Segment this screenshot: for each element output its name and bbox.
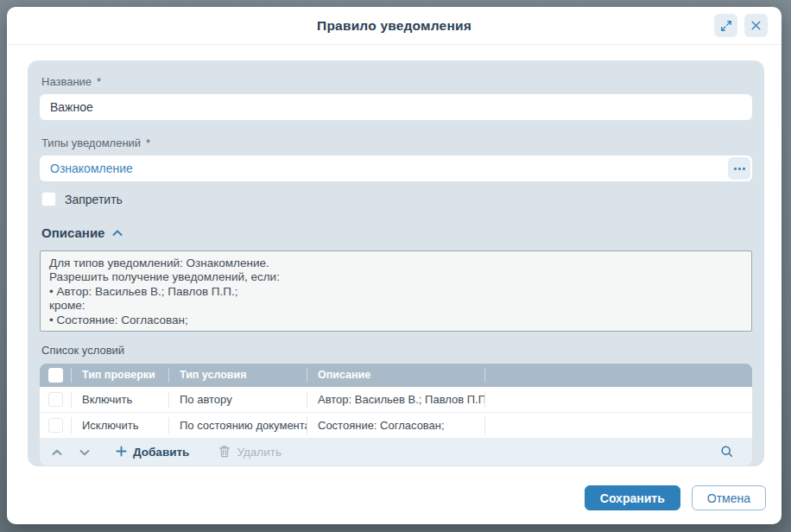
notification-rule-dialog: Правило уведомления <box>7 7 782 524</box>
chevron-up-icon <box>112 225 123 240</box>
description-section-title: Описание <box>41 225 104 240</box>
conditions-list-label: Список условий <box>41 344 752 357</box>
notification-types-label: Типы уведомлений* <box>41 136 752 149</box>
delete-button[interactable]: Удалить <box>212 441 288 464</box>
chevron-down-icon <box>79 446 90 459</box>
expand-icon <box>720 20 732 32</box>
required-mark: * <box>97 75 101 88</box>
trash-icon <box>218 445 231 460</box>
cancel-button[interactable]: Отмена <box>692 485 766 510</box>
close-button[interactable] <box>744 14 768 37</box>
description-text: Для типов уведомлений: Ознакомление. Раз… <box>40 250 752 332</box>
close-icon <box>750 20 762 31</box>
notification-types-more-button[interactable] <box>728 157 750 180</box>
dialog-title: Правило уведомления <box>317 18 471 34</box>
search-button[interactable] <box>713 441 740 464</box>
notification-types-value: Ознакомление <box>50 162 728 175</box>
plus-icon <box>116 446 127 459</box>
conditions-table: Тип проверки Тип условия Описание Включи… <box>40 364 752 466</box>
select-all-checkbox[interactable] <box>48 368 63 383</box>
table-toolbar: Добавить Удалить <box>40 439 752 466</box>
forbid-checkbox[interactable] <box>41 192 56 206</box>
required-mark: * <box>146 136 150 149</box>
chevron-up-icon <box>52 446 62 459</box>
ellipsis-icon <box>734 168 737 170</box>
move-down-button[interactable] <box>73 442 97 462</box>
save-button[interactable]: Сохранить <box>585 485 680 510</box>
column-header-check-type: Тип проверки <box>71 368 168 383</box>
table-row[interactable]: Включить По автору Автор: Васильев В.; П… <box>40 387 752 413</box>
column-header-description: Описание <box>307 368 484 383</box>
expand-button[interactable] <box>714 14 737 37</box>
forbid-checkbox-row: Запретить <box>41 192 752 206</box>
table-header-row: Тип проверки Тип условия Описание <box>40 364 752 387</box>
delete-button-label: Удалить <box>237 446 282 459</box>
table-row[interactable]: Исключить По состоянию документа Состоян… <box>40 413 752 439</box>
name-label: Название* <box>41 75 752 88</box>
dialog-header: Правило уведомления <box>7 7 782 45</box>
forbid-checkbox-label: Запретить <box>65 193 123 206</box>
column-header-empty <box>484 368 752 383</box>
dialog-footer: Сохранить Отмена <box>7 467 782 524</box>
add-button-label: Добавить <box>133 446 189 459</box>
dialog-body: Название* Типы уведомлений* Ознакомление… <box>7 45 782 467</box>
column-header-condition-type: Тип условия <box>168 368 307 383</box>
header-actions <box>714 14 768 37</box>
row-checkbox[interactable] <box>48 392 63 407</box>
description-section-header[interactable]: Описание <box>41 225 752 240</box>
search-icon <box>720 445 733 460</box>
name-input[interactable] <box>40 94 752 120</box>
add-button[interactable]: Добавить <box>109 442 196 463</box>
header-checkbox-cell <box>40 368 71 383</box>
move-up-button[interactable] <box>45 442 69 462</box>
row-checkbox[interactable] <box>48 418 63 433</box>
notification-types-field[interactable]: Ознакомление <box>40 155 752 181</box>
form-panel: Название* Типы уведомлений* Ознакомление… <box>28 60 764 466</box>
